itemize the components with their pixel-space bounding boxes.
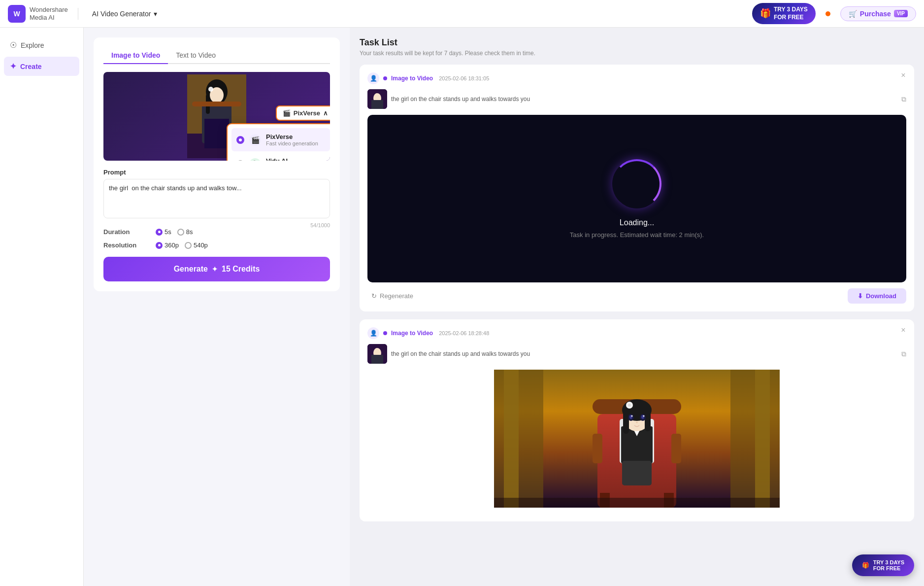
task2-close-button[interactable]: ×	[898, 325, 908, 335]
resolution-360p[interactable]: 360p	[156, 241, 179, 249]
task2-thumbnail	[367, 344, 387, 364]
radio-pixverse	[236, 136, 244, 144]
model-option-vidu[interactable]: 🎥 Vidu AI Fast video generation	[231, 152, 330, 161]
svg-point-8	[208, 87, 213, 92]
resolution-row: Resolution 360p 540p	[103, 241, 330, 249]
tab-image-to-video[interactable]: Image to Video	[103, 47, 168, 64]
pixverse-desc: Fast video generation	[266, 140, 325, 146]
right-panel: Task List Your task results will be kept…	[350, 28, 924, 586]
task2-prompt-text: the girl on the chair stands up and walk…	[391, 350, 897, 357]
svg-rect-12	[371, 100, 383, 109]
generate-label: Generate	[174, 265, 208, 274]
task1-type-label: Image to Video	[391, 75, 433, 82]
task1-copy-icon[interactable]: ⧉	[901, 95, 906, 103]
pixverse-info: PixVerse Fast video generation	[266, 133, 325, 146]
duration-row: Duration 5s 8s	[103, 228, 330, 236]
explore-icon: ☉	[10, 40, 17, 50]
task1-timestamp: 2025-02-06 18:31:05	[439, 75, 489, 81]
svg-rect-4	[204, 119, 229, 148]
left-panel: Image to Video Text to Video	[84, 28, 350, 586]
download-label: Download	[866, 292, 896, 300]
svg-rect-33	[645, 409, 651, 431]
task1-actions: ↻ Regenerate ⬇ Download	[367, 288, 906, 304]
duration-5s[interactable]: 5s	[156, 228, 171, 236]
task1-download-button[interactable]: ⬇ Download	[848, 288, 906, 304]
app-logo-icon: W	[8, 5, 26, 23]
svg-rect-43	[622, 461, 652, 485]
generate-button[interactable]: Generate ✦ 15 Credits	[103, 257, 330, 281]
nav-ai-video[interactable]: AI Video Generator ▾	[88, 8, 162, 20]
prompt-input[interactable]: the girl on the chair stands up and walk…	[103, 179, 330, 218]
notification-dot	[825, 11, 830, 16]
task1-prompt-row: the girl on the chair stands up and walk…	[367, 89, 906, 109]
task2-copy-icon[interactable]: ⧉	[901, 350, 906, 358]
creation-card: Image to Video Text to Video	[94, 37, 340, 291]
task1-close-button[interactable]: ×	[898, 70, 908, 80]
task-card-1: × 👤 Image to Video 2025-02-06 18:31:05 t…	[360, 65, 914, 311]
radio-vidu	[236, 160, 244, 161]
sidebar-item-explore[interactable]: ☉ Explore	[4, 35, 79, 55]
current-model-label: PixVerse	[294, 109, 320, 117]
task-card-2: × 👤 Image to Video 2025-02-06 18:28:48 t…	[360, 319, 914, 521]
svg-rect-20	[755, 370, 770, 508]
task-list-title: Task List	[360, 37, 914, 48]
resolution-360p-label: 360p	[165, 241, 179, 249]
model-trigger-button[interactable]: 🎬 PixVerse ∧	[276, 105, 330, 121]
nav-chevron-icon: ▾	[154, 10, 157, 18]
model-icon: 🎬	[283, 109, 291, 117]
vidu-info: Vidu AI Fast video generation	[266, 157, 325, 161]
svg-rect-26	[671, 434, 681, 463]
radio-5s	[156, 229, 163, 236]
duration-8s[interactable]: 8s	[177, 228, 193, 236]
regen-icon: ↻	[371, 292, 377, 300]
task1-thumb-svg	[367, 89, 387, 109]
svg-rect-9	[192, 102, 241, 106]
regen-label: Regenerate	[380, 292, 413, 300]
task1-thumbnail	[367, 89, 387, 109]
task2-timestamp: 2025-02-06 18:28:48	[439, 330, 489, 336]
try-free-button[interactable]: 🎁 TRY 3 DAYS FOR FREE	[752, 3, 816, 24]
sidebar-item-explore-label: Explore	[21, 41, 44, 49]
task2-video-svg	[367, 370, 906, 508]
svg-rect-32	[623, 409, 629, 434]
resolution-540p[interactable]: 540p	[185, 241, 208, 249]
vip-badge: VIP	[894, 10, 908, 17]
duration-8s-label: 8s	[186, 228, 193, 236]
purchase-button[interactable]: 🛒 Purchase VIP	[840, 6, 916, 21]
gift-icon: 🎁	[760, 8, 771, 19]
loading-spinner	[612, 159, 661, 208]
vidu-name: Vidu AI	[266, 157, 325, 161]
main-layout: ☉ Explore ✦ Create Image to Video Text t…	[0, 28, 924, 586]
task2-status-dot	[383, 331, 387, 335]
task1-status-dot	[383, 76, 387, 80]
svg-point-40	[631, 415, 633, 417]
model-chevron-icon: ∧	[323, 109, 328, 117]
sidebar-item-create-label: Create	[20, 63, 42, 70]
nav-label: AI Video Generator	[92, 10, 151, 18]
bottom-try-promo[interactable]: 🎁 TRY 3 DAYS FOR FREE	[852, 554, 914, 576]
pixverse-name: PixVerse	[266, 133, 325, 140]
task2-prompt-row: the girl on the chair stands up and walk…	[367, 344, 906, 364]
resolution-540p-label: 540p	[194, 241, 208, 249]
task2-type-label: Image to Video	[391, 330, 433, 337]
task1-regenerate-button[interactable]: ↻ Regenerate	[367, 288, 417, 304]
prompt-label: Prompt	[103, 169, 330, 176]
create-icon: ✦	[10, 62, 16, 71]
loading-text: Loading...	[620, 218, 654, 227]
task1-header: 👤 Image to Video 2025-02-06 18:31:05	[367, 72, 906, 84]
tab-text-to-video[interactable]: Text to Video	[168, 47, 224, 64]
sidebar: ☉ Explore ✦ Create	[0, 28, 84, 586]
sidebar-item-create[interactable]: ✦ Create	[4, 57, 79, 76]
mode-tabs: Image to Video Text to Video	[103, 47, 330, 64]
resolution-label: Resolution	[103, 241, 148, 249]
task-list-subtitle: Your task results will be kept for 7 day…	[360, 50, 914, 57]
header-separator	[78, 8, 78, 20]
header: W Wondershare Media AI AI Video Generato…	[0, 0, 924, 28]
model-option-pixverse[interactable]: 🎬 PixVerse Fast video generation	[231, 128, 330, 151]
svg-point-41	[643, 415, 645, 417]
image-preview-area[interactable]: 🎬 PixVerse ∧ 🎬 PixVerse Fast video gene	[103, 72, 330, 161]
try-label: TRY 3 DAYS FOR FREE	[774, 6, 808, 21]
model-selector-wrapper: 🎬 PixVerse ∧ 🎬 PixVerse Fast video gene	[276, 105, 330, 121]
task2-type-icon: 👤	[367, 327, 379, 339]
duration-radio-group: 5s 8s	[156, 228, 193, 236]
